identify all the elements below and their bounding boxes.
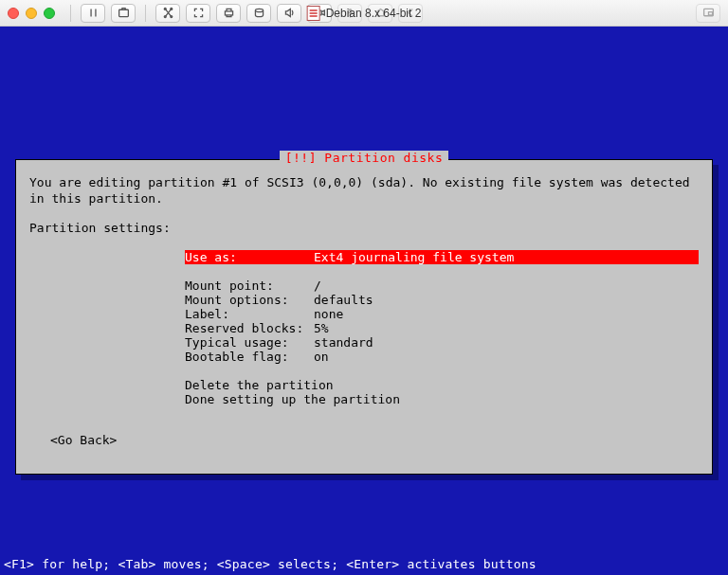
toolbar-separator: [70, 5, 71, 22]
setting-label: Use as:: [185, 250, 314, 264]
svg-point-6: [255, 9, 263, 11]
vm-screen: [!!] Partition disks You are editing par…: [0, 27, 728, 575]
vm-toolbar: Debian 8.x 64-bit 2: [0, 0, 728, 27]
setting-value: 5%: [314, 321, 699, 335]
keyboard-hint: <F1> for help; <Tab> moves; <Space> sele…: [0, 557, 728, 571]
setting-mount-options[interactable]: Mount options: defaults: [29, 293, 699, 307]
window-traffic-lights: [8, 8, 55, 19]
setting-typical-usage[interactable]: Typical usage: standard: [29, 335, 699, 350]
svg-rect-9: [708, 12, 712, 15]
setting-blank: [29, 264, 699, 279]
setting-value: on: [314, 350, 699, 364]
setting-bootable-flag[interactable]: Bootable flag: on: [29, 350, 699, 364]
disk-icon[interactable]: [246, 4, 271, 23]
setting-label: Reserved blocks:: [185, 321, 314, 335]
snapshot-button[interactable]: [111, 4, 136, 23]
action-done-partition[interactable]: Done setting up the partition: [29, 392, 699, 406]
setting-mount-point[interactable]: Mount point: /: [29, 279, 699, 293]
vm-doc-icon: [307, 6, 320, 21]
minimize-window-button[interactable]: [26, 8, 37, 19]
fullscreen-icon[interactable]: [186, 4, 210, 23]
action-label: Delete the partition: [185, 378, 334, 392]
setting-label: Mount options:: [185, 293, 314, 307]
close-window-button[interactable]: [8, 8, 19, 19]
window-title: Debian 8.x 64-bit 2: [307, 6, 422, 21]
setting-label: Label:: [185, 307, 314, 321]
setting-label: Typical usage:: [185, 335, 314, 350]
partition-settings-list: Use as: Ext4 journaling file system Moun…: [29, 250, 699, 406]
setting-label: Mount point:: [185, 279, 314, 293]
pip-icon[interactable]: [696, 4, 720, 23]
setting-label: Bootable flag:: [185, 350, 314, 364]
setting-value: defaults: [314, 293, 699, 307]
partition-disks-dialog: [!!] Partition disks You are editing par…: [15, 159, 713, 475]
zoom-window-button[interactable]: [44, 8, 55, 19]
action-label: Done setting up the partition: [185, 392, 400, 406]
setting-label-field[interactable]: Label: none: [29, 307, 699, 321]
dialog-title: [!!] Partition disks: [280, 151, 449, 165]
settings-heading: Partition settings:: [29, 221, 699, 237]
sound-icon[interactable]: [277, 4, 301, 23]
pause-vm-button[interactable]: [81, 4, 105, 23]
svg-rect-5: [225, 11, 232, 15]
setting-value: Ext4 journaling file system: [314, 250, 699, 264]
window-title-text: Debian 8.x 64-bit 2: [326, 7, 422, 20]
toolbar-separator: [145, 5, 146, 22]
setting-use-as[interactable]: Use as: Ext4 journaling file system: [29, 250, 699, 264]
go-back-button[interactable]: <Go Back>: [50, 433, 699, 447]
action-delete-partition[interactable]: Delete the partition: [29, 378, 699, 392]
svg-rect-0: [118, 9, 128, 16]
setting-value: standard: [314, 335, 699, 350]
dialog-intro: You are editing partition #1 of SCSI3 (0…: [29, 175, 699, 207]
setting-value: none: [314, 307, 699, 321]
spacer: [29, 364, 699, 378]
settings-icon[interactable]: [155, 4, 180, 23]
setting-value: /: [314, 279, 699, 293]
printer-icon[interactable]: [216, 4, 241, 23]
setting-reserved-blocks[interactable]: Reserved blocks: 5%: [29, 321, 699, 335]
